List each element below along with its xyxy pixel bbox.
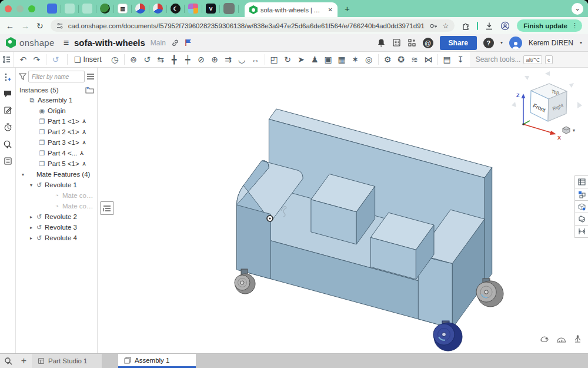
named-views-icon[interactable] [574, 200, 588, 213]
tab-search-chevron-icon[interactable] [572, 3, 583, 15]
user-avatar[interactable] [509, 37, 522, 49]
apps-grid-icon[interactable] [407, 38, 416, 47]
new-tab-button[interactable] [345, 4, 350, 14]
add-tab-button[interactable] [16, 354, 32, 368]
maximize-window-button[interactable] [28, 5, 35, 12]
tree-item[interactable]: ▸ ↺ Revolute 3 [16, 222, 97, 233]
toolbar-icon[interactable]: ◷ [108, 52, 122, 67]
site-info-icon[interactable] [56, 22, 64, 29]
toolbar-icon[interactable]: ➤ [295, 52, 308, 67]
measure-icon[interactable] [574, 225, 588, 238]
tree-chevron-icon[interactable]: ▾ [28, 183, 35, 188]
forward-button[interactable] [21, 21, 29, 31]
toolbar-icon[interactable]: ↷ [30, 52, 44, 67]
tree-item[interactable]: ▾ Mate Features (4) [16, 169, 97, 180]
close-window-button[interactable] [5, 5, 12, 12]
pinned-tab[interactable] [100, 4, 110, 14]
tutorial-flag-icon[interactable] [185, 39, 192, 47]
search-faq-icon[interactable] [3, 140, 12, 149]
tree-chevron-icon[interactable]: ▸ [28, 225, 35, 230]
download-icon[interactable] [485, 22, 493, 30]
toolbar-icon[interactable]: ╋ [168, 52, 181, 67]
toolbar-icon[interactable]: ↧ [454, 52, 467, 67]
help-icon[interactable]: ? [483, 38, 494, 48]
toolbar-icon[interactable]: ▤ [440, 52, 454, 67]
toolbar-icon[interactable]: ◎ [362, 52, 376, 67]
pinned-tab[interactable]: ▥ [118, 4, 128, 14]
protractor-icon[interactable] [556, 336, 566, 343]
extensions-icon[interactable] [462, 22, 470, 30]
bom-table-icon[interactable] [574, 175, 588, 188]
toolbar-icon[interactable]: ↶ [16, 52, 30, 67]
list-options-icon[interactable] [86, 73, 95, 80]
notifications-bell-icon[interactable] [377, 38, 386, 48]
tree-item[interactable]: ❐ Part 3 <1> Y [16, 137, 97, 148]
minimize-window-button[interactable] [16, 5, 24, 12]
tab-search-button[interactable] [0, 354, 16, 368]
pinned-tab[interactable] [82, 4, 92, 14]
toolbar-icon[interactable]: ♟ [308, 52, 322, 67]
onshape-logo-text[interactable]: onshape [19, 38, 55, 48]
tree-item[interactable]: ◉ Origin [16, 105, 97, 116]
toolbar-icon[interactable]: ▣ [322, 52, 335, 67]
tree-item[interactable]: ◔ Mate connector [16, 201, 97, 211]
toolbar-icon[interactable]: ↻ [281, 52, 295, 67]
tree-item[interactable]: ▾ ↺ Revolute 1 [16, 180, 97, 190]
appearance-icon[interactable] [540, 336, 549, 343]
finish-update-button[interactable]: Finish update [517, 19, 582, 32]
toolbar-icon[interactable]: ┿ [181, 52, 195, 67]
pinned-tab[interactable] [65, 4, 75, 14]
feature-list-toggle-button[interactable] [100, 201, 114, 215]
insert-folder-icon[interactable] [85, 87, 94, 94]
filter-input[interactable] [28, 71, 85, 82]
pinned-tab[interactable] [47, 4, 57, 14]
exploded-view-icon[interactable] [574, 188, 588, 201]
assembly-structure-icon[interactable] [0, 52, 14, 67]
pinned-tab[interactable] [135, 4, 145, 14]
active-browser-tab[interactable]: sofa-with-wheels | Assembly [245, 2, 338, 17]
section-view-icon[interactable] [574, 213, 588, 226]
tree-item[interactable]: ◔ Mate connector [16, 190, 97, 201]
filter-icon[interactable] [19, 73, 26, 80]
mass-properties-icon[interactable] [573, 335, 582, 343]
pinned-tab[interactable] [223, 3, 235, 14]
document-title[interactable]: sofa-with-wheels [74, 38, 145, 48]
address-bar[interactable]: cad.onshape.com/documents/f57952f7396028… [51, 19, 455, 32]
toolbar-icon[interactable]: ✶ [349, 52, 362, 67]
search-tools[interactable]: Search tools... alt/⌥ c [470, 52, 588, 67]
user-menu-caret-icon[interactable]: ▾ [580, 40, 582, 45]
help-caret-icon[interactable]: ▾ [500, 40, 503, 45]
document-menu-icon[interactable] [64, 38, 69, 48]
pinned-tab[interactable]: V [206, 4, 216, 14]
onshape-logo-icon[interactable] [6, 37, 16, 48]
comments-icon[interactable] [3, 89, 12, 98]
workspace-label[interactable]: Main [151, 39, 166, 47]
profile-icon[interactable] [500, 21, 510, 31]
tree-chevron-icon[interactable]: ▾ [19, 172, 26, 177]
document-properties-icon[interactable] [392, 38, 401, 47]
tree-item[interactable]: ❐ Part 4 <... Y [16, 148, 97, 158]
tree-item[interactable]: ▸ ↺ Revolute 2 [16, 211, 97, 222]
user-name[interactable]: Kerem DIREN [529, 39, 573, 47]
passkey-icon[interactable] [429, 22, 437, 29]
tree-item[interactable]: ▸ ↺ Revolute 4 [16, 233, 97, 243]
toolbar-icon[interactable]: ⋈ [422, 52, 435, 67]
back-button[interactable] [6, 21, 14, 31]
tab-part-studio-1[interactable]: Part Studio 1 [32, 354, 102, 368]
mate-connector-tool-icon[interactable] [3, 72, 12, 82]
pinned-tab[interactable] [153, 4, 163, 14]
toolbar-icon[interactable]: ≋ [408, 52, 422, 67]
tree-chevron-icon[interactable]: ▸ [28, 214, 35, 220]
toolbar-icon[interactable]: ⇆ [154, 52, 168, 67]
link-icon[interactable] [171, 39, 179, 47]
toolbar-icon[interactable]: ⚙ [381, 52, 395, 67]
tree-chevron-icon[interactable]: ▸ [28, 236, 35, 241]
tree-item[interactable]: ❐ Part 5 <1> Y [16, 158, 97, 169]
pinned-tab[interactable] [188, 4, 198, 14]
toolbar-icon[interactable]: ↺ [141, 52, 154, 67]
toolbar-icon[interactable]: ✪ [395, 52, 408, 67]
view-options-button[interactable]: ▾ [562, 126, 575, 134]
close-tab-icon[interactable] [328, 6, 333, 13]
share-button[interactable]: Share [440, 36, 477, 50]
follow-mode-icon[interactable] [4, 106, 12, 115]
